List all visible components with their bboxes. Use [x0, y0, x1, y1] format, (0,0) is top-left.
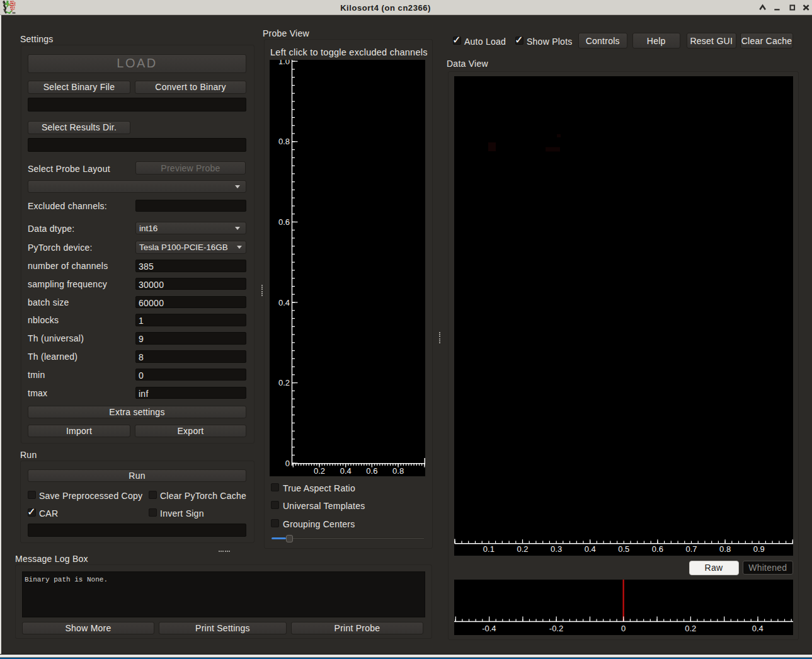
svg-text:0.6: 0.6 [652, 544, 663, 554]
svg-text:0.9: 0.9 [753, 544, 765, 554]
svg-text:0.6: 0.6 [278, 217, 290, 227]
svg-text:0.4: 0.4 [340, 466, 352, 476]
svg-text:0.1: 0.1 [483, 544, 495, 554]
svg-text:-0.4: -0.4 [482, 624, 496, 633]
svg-text:0.7: 0.7 [685, 544, 697, 554]
svg-text:0.2: 0.2 [685, 624, 696, 633]
svg-text:0: 0 [285, 459, 290, 468]
svg-text:0.4: 0.4 [752, 624, 763, 633]
svg-text:0.8: 0.8 [392, 466, 404, 476]
svg-text:0.6: 0.6 [366, 466, 377, 476]
svg-text:0.8: 0.8 [278, 137, 290, 146]
svg-text:0.4: 0.4 [278, 298, 290, 307]
svg-text:0.2: 0.2 [278, 378, 290, 387]
svg-text:-0.2: -0.2 [549, 624, 563, 633]
svg-text:0.2: 0.2 [314, 466, 325, 476]
svg-text:1.0: 1.0 [278, 60, 290, 66]
svg-text:0.2: 0.2 [517, 544, 528, 554]
svg-text:0.4: 0.4 [585, 544, 596, 554]
svg-text:0.5: 0.5 [618, 544, 629, 554]
svg-text:0.3: 0.3 [551, 544, 562, 554]
svg-text:0: 0 [621, 624, 626, 633]
svg-text:0.8: 0.8 [719, 544, 731, 554]
